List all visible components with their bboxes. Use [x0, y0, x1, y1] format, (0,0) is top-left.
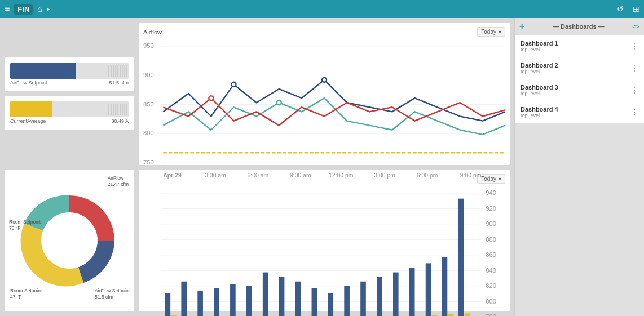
svg-rect-45	[181, 281, 187, 316]
dashboard-item-menu[interactable]: ⋮	[630, 86, 638, 95]
svg-rect-77	[442, 257, 448, 316]
svg-text:750: 750	[143, 159, 154, 166]
svg-text:3:00 am: 3:00 am	[205, 172, 226, 179]
top-nav: ≡ FIN ⌂ ▸ ↺ ⊞	[0, 0, 644, 18]
svg-rect-73	[409, 268, 415, 316]
svg-text:Apr 29: Apr 29	[163, 172, 182, 179]
gauge-value: 51.5 cfm	[109, 80, 129, 86]
dashboard-item-info: Dashboard 3 topLevel	[521, 84, 630, 96]
dashboard-item-name: Dashboard 3	[521, 84, 630, 91]
donut-widget: AirFlow21.47 cfm AirFlow Setpoint51.5 cf…	[5, 170, 134, 312]
grid-icon[interactable]: ⊞	[633, 5, 639, 14]
svg-text:850: 850	[143, 101, 154, 108]
dashboard-item-menu[interactable]: ⋮	[630, 108, 638, 117]
svg-rect-63	[328, 293, 333, 316]
dashboard-item-menu[interactable]: ⋮	[630, 64, 638, 73]
main-area: AirFlow Setpoint 51.5 cfm	[0, 18, 644, 316]
svg-point-10	[231, 82, 236, 87]
donut-label-airflow: AirFlow21.47 cfm	[108, 175, 129, 188]
home-icon[interactable]: ⌂	[37, 5, 42, 14]
svg-rect-43	[165, 293, 171, 316]
svg-text:12:00 pm: 12:00 pm	[329, 172, 354, 179]
svg-rect-59	[295, 281, 301, 316]
svg-rect-79	[458, 198, 464, 316]
current-average-gauge: CurrentAverage 30.49 A	[5, 96, 134, 130]
gauge-fill	[10, 63, 76, 79]
svg-rect-53	[246, 286, 252, 316]
dashboard-item-info: Dashboard 4 topLevel	[521, 106, 630, 118]
svg-rect-75	[426, 263, 431, 316]
svg-point-22	[41, 212, 98, 269]
sync-icon[interactable]: ↺	[617, 5, 624, 14]
svg-rect-47	[197, 290, 203, 316]
svg-text:780: 780	[486, 313, 496, 316]
svg-point-13	[277, 100, 281, 105]
svg-text:820: 820	[486, 282, 496, 289]
top-row: AirFlow Setpoint 51.5 cfm	[5, 23, 510, 165]
svg-rect-49	[214, 288, 219, 316]
gauge-label-2: CurrentAverage	[10, 118, 46, 124]
gauge-fill-2	[10, 101, 52, 117]
dashboard-item-menu[interactable]: ⋮	[630, 42, 638, 51]
bar-chart-widget: Today ▾ 940 920 900 880 860 840	[139, 170, 510, 312]
dashboard-item-info: Dashboard 2 topLevel	[521, 62, 630, 74]
svg-rect-55	[263, 272, 268, 316]
gauge-value-2: 30.49 A	[111, 118, 129, 124]
dashboard-item-info: Dashboard 1 topLevel	[521, 40, 630, 52]
dashboard-list: Dashboard 1 topLevel ⋮ Dashboard 2 topLe…	[515, 35, 644, 316]
svg-text:900: 900	[143, 72, 154, 78]
bottom-row: AirFlow21.47 cfm AirFlow Setpoint51.5 cf…	[5, 170, 510, 312]
dashboard-item[interactable]: Dashboard 1 topLevel ⋮	[515, 35, 644, 57]
svg-text:800: 800	[486, 297, 496, 304]
line-chart-widget: Airflow Today ▾ 950 900 850 800	[139, 23, 510, 165]
svg-text:6:00 pm: 6:00 pm	[417, 172, 438, 179]
donut-label-room-setpoint-73: Room Setpoint73 °F	[9, 219, 41, 232]
dashboard-content: AirFlow Setpoint 51.5 cfm	[0, 18, 514, 316]
dashboard-item[interactable]: Dashboard 3 topLevel ⋮	[515, 79, 644, 101]
app-logo: FIN	[14, 4, 33, 15]
svg-text:950: 950	[143, 42, 154, 49]
line-chart-title: Airflow	[143, 29, 162, 35]
svg-rect-65	[344, 286, 350, 316]
bar-chart-area: 940 920 900 880 860 840 820 800 780 760	[143, 186, 505, 317]
svg-rect-57	[279, 277, 285, 316]
svg-rect-71	[393, 272, 399, 316]
svg-point-12	[209, 96, 213, 100]
dashboard-item-sub: topLevel	[521, 91, 630, 96]
svg-rect-69	[377, 277, 382, 316]
svg-rect-61	[312, 288, 317, 316]
gauge-bar-bg	[10, 63, 129, 79]
svg-text:6:00 am: 6:00 am	[248, 172, 269, 179]
dashboard-item[interactable]: Dashboard 2 topLevel ⋮	[515, 57, 644, 79]
svg-text:900: 900	[486, 220, 496, 227]
svg-text:920: 920	[486, 204, 496, 211]
hamburger-icon[interactable]: ≡	[5, 4, 10, 14]
dashboard-item-name: Dashboard 4	[521, 106, 630, 113]
svg-text:800: 800	[143, 130, 154, 136]
gauge-container: AirFlow Setpoint 51.5 cfm	[5, 23, 134, 165]
dashboard-item-sub: topLevel	[521, 47, 630, 52]
right-sidebar: + — Dashboards — <> Dashboard 1 topLevel…	[514, 18, 644, 316]
line-chart-filter[interactable]: Today ▾	[477, 27, 505, 37]
sidebar-header: + — Dashboards — <>	[515, 18, 644, 35]
add-dashboard-button[interactable]: +	[519, 21, 524, 32]
gauge-bar-bg-2	[10, 101, 129, 117]
dashboard-item-sub: topLevel	[521, 69, 630, 74]
svg-rect-67	[360, 281, 366, 316]
svg-text:3:00 pm: 3:00 pm	[374, 172, 395, 179]
svg-point-11	[322, 78, 327, 82]
sidebar-code-button[interactable]: <>	[632, 23, 639, 30]
gauge-label: AirFlow Setpoint	[10, 80, 47, 86]
dashboard-item-name: Dashboard 1	[521, 40, 630, 47]
svg-text:880: 880	[486, 235, 496, 242]
svg-text:840: 840	[486, 266, 496, 273]
dashboard-item-name: Dashboard 2	[521, 62, 630, 69]
line-chart-area: 950 900 850 800 750	[143, 39, 505, 185]
dashboard-item[interactable]: Dashboard 4 topLevel ⋮	[515, 101, 644, 123]
airflow-setpoint-gauge: AirFlow Setpoint 51.5 cfm	[5, 57, 134, 91]
sidebar-title: — Dashboards —	[527, 23, 630, 30]
svg-rect-78	[448, 314, 454, 316]
line-chart-header: Airflow Today ▾	[143, 27, 505, 37]
donut-label-room-setpoint-47: Room Setpoint47 °F	[10, 288, 42, 300]
svg-rect-51	[230, 284, 236, 316]
